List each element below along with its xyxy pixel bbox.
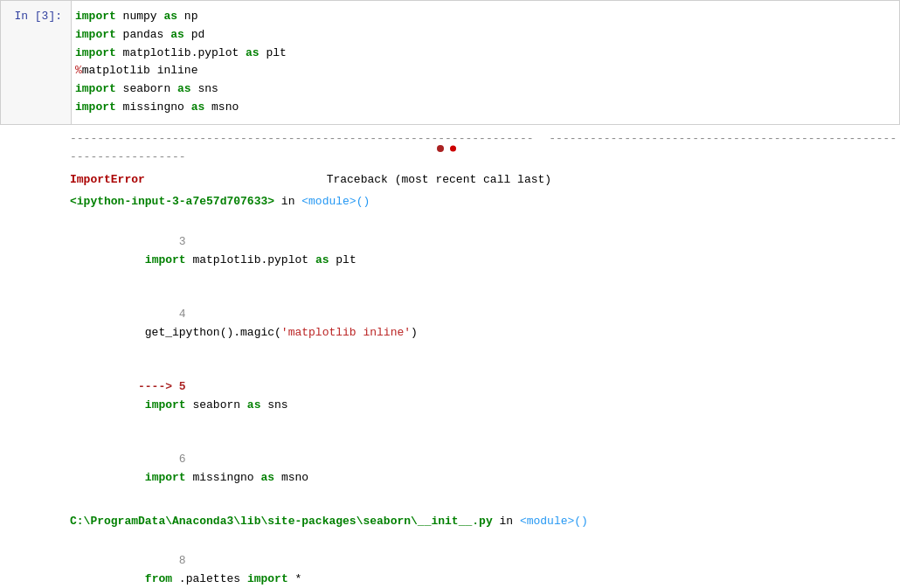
tb-seaborn-8: 8 from .palettes import * <box>70 535 900 588</box>
magic-percent: % <box>75 64 82 77</box>
line-num: 4 <box>138 306 182 324</box>
error-type-label: ImportError <box>70 173 145 186</box>
code-area[interactable]: import numpy as np import pandas as pd i… <box>71 1 899 124</box>
input-ref-line: <ipython-input-3-a7e57d707633> in <modul… <box>0 193 900 211</box>
keyword: as <box>163 10 177 23</box>
input-ref: <ipython-input-3-a7e57d707633> <box>70 195 274 208</box>
tb-code: get_ipython().magic('matplotlib inline') <box>138 326 418 339</box>
code-line-3: import matplotlib.pyplot as plt <box>75 45 896 63</box>
keyword: as <box>170 28 184 41</box>
keyword: as <box>191 100 205 114</box>
in-text2: in <box>500 515 520 528</box>
tb-line-5-arrow: ----> 5 import seaborn as sns <box>70 360 900 432</box>
keyword: import <box>75 10 116 23</box>
code-line-6: import missingno as msno <box>75 99 896 117</box>
notebook-cell: In [3]: import numpy as np import pandas… <box>0 0 900 588</box>
input-section: In [3]: import numpy as np import pandas… <box>0 0 900 125</box>
in-text: in <box>281 195 301 208</box>
line-num: 3 <box>138 233 182 252</box>
tb-code: from .palettes import * <box>138 572 301 585</box>
traceback-label: Traceback (most recent call last) <box>327 173 551 186</box>
code-line-4: %matplotlib inline <box>75 62 896 80</box>
keyword: import <box>75 28 116 41</box>
seaborn-path: C:\ProgramData\Anaconda3\lib\site-packag… <box>70 515 493 528</box>
keyword: as <box>177 82 191 95</box>
error-dot <box>450 145 456 151</box>
tb-line-4: 4 get_ipython().magic('matplotlib inline… <box>70 287 900 360</box>
traceback-lines-seaborn: 8 from .palettes import * 9 from .regres… <box>0 535 900 588</box>
separator-text: ----------------------------------------… <box>70 132 534 145</box>
separator-line: ----------------------------------------… <box>0 128 900 169</box>
code-line-2: import pandas as pd <box>75 26 896 45</box>
seaborn-module: <module>() <box>520 515 588 528</box>
cell-prompt: In [3]: <box>1 1 71 124</box>
tb-code: import seaborn as sns <box>138 398 288 412</box>
tb-line-6: 6 import missingno as msno <box>70 433 900 506</box>
code-line-5: import seaborn as sns <box>75 80 896 99</box>
line-num: 6 <box>138 451 182 469</box>
code-line-1: import numpy as np <box>75 8 896 26</box>
output-section: ----------------------------------------… <box>0 125 900 588</box>
traceback-lines-1: 3 import matplotlib.pyplot as plt 4 get_… <box>0 215 900 506</box>
seaborn-path-line: C:\ProgramData\Anaconda3\lib\site-packag… <box>0 509 900 531</box>
line-num: 8 <box>138 552 182 571</box>
keyword: import <box>75 100 116 114</box>
keyword: import <box>75 82 116 95</box>
tb-line-3: 3 import matplotlib.pyplot as plt <box>70 215 900 287</box>
tb-code: import missingno as msno <box>138 471 308 484</box>
module-ref: <module>() <box>301 195 370 208</box>
keyword: as <box>246 46 260 59</box>
tb-code: import matplotlib.pyplot as plt <box>138 253 357 266</box>
keyword: import <box>75 46 116 59</box>
traceback-header: ImportError Traceback (most recent call … <box>0 168 900 193</box>
arrow-marker: ----> 5 <box>138 380 186 393</box>
